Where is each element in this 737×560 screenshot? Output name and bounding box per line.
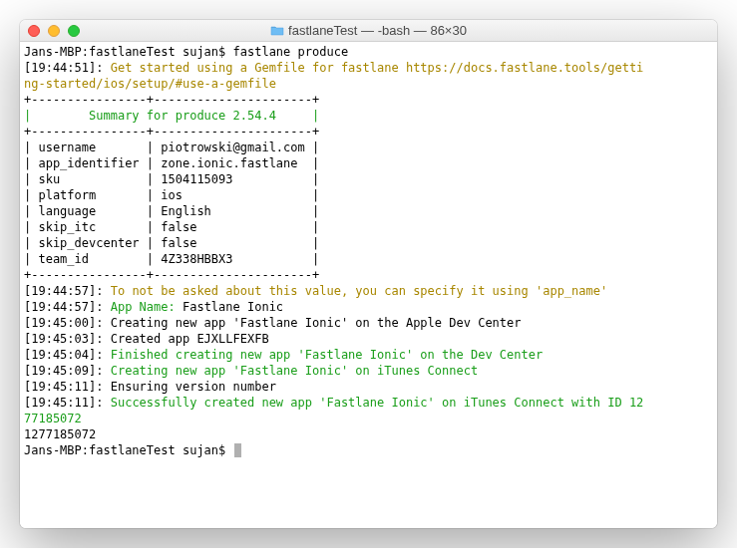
minimize-icon[interactable] bbox=[48, 25, 60, 37]
timestamp: [19:44:51]: bbox=[24, 61, 111, 75]
ensuring-version: Ensuring version number bbox=[111, 380, 276, 394]
appname-hint: To not be asked about this value, you ca… bbox=[111, 284, 608, 298]
app-id-echo: 1277185072 bbox=[24, 426, 713, 442]
cursor-icon bbox=[234, 443, 241, 457]
window-title-text: fastlaneTest — -bash — 86×30 bbox=[288, 23, 467, 38]
zoom-icon[interactable] bbox=[68, 25, 80, 37]
table-border: +----------------+----------------------… bbox=[24, 92, 713, 108]
command-text: fastlane produce bbox=[233, 45, 349, 59]
window-title: fastlaneTest — -bash — 86×30 bbox=[20, 23, 717, 38]
timestamp: [19:45:00]: bbox=[24, 316, 111, 330]
table-row: | username | piotrowski@gmail.com | bbox=[24, 140, 713, 155]
table-row: | team_id | 4Z338HBBX3 | bbox=[24, 251, 713, 267]
gemfile-msg-line2: ng-started/ios/setup/#use-a-gemfile bbox=[24, 77, 276, 91]
table-row: | skip_devcenter | false | bbox=[24, 235, 713, 251]
prompt-host: Jans-MBP:fastlaneTest sujan$ bbox=[24, 45, 233, 59]
creating-devcenter: Creating new app 'Fastlane Ionic' on the… bbox=[111, 316, 522, 330]
timestamp: [19:44:57]: bbox=[24, 284, 111, 298]
finished-devcenter: Finished creating new app 'Fastlane Ioni… bbox=[111, 348, 543, 362]
timestamp: [19:45:09]: bbox=[24, 364, 111, 378]
table-border: +----------------+----------------------… bbox=[24, 267, 713, 283]
creating-itc: Creating new app 'Fastlane Ionic' on iTu… bbox=[111, 364, 478, 378]
timestamp: [19:44:57]: bbox=[24, 300, 111, 314]
gemfile-msg-line1: Get started using a Gemfile for fastlane… bbox=[111, 61, 644, 75]
folder-icon bbox=[270, 25, 284, 36]
table-header: | Summary for produce 2.54.4 | bbox=[24, 108, 713, 124]
success-itc-line2: 77185072 bbox=[24, 412, 82, 425]
timestamp: [19:45:11]: bbox=[24, 380, 111, 394]
timestamp: [19:45:04]: bbox=[24, 348, 111, 362]
table-border: +----------------+----------------------… bbox=[24, 124, 713, 140]
timestamp: [19:45:03]: bbox=[24, 332, 111, 346]
close-icon[interactable] bbox=[28, 25, 40, 37]
prompt-host: Jans-MBP:fastlaneTest sujan$ bbox=[24, 443, 233, 457]
created-app-id: Created app EJXLLFEXFB bbox=[111, 332, 269, 346]
table-row: | app_identifier | zone.ionic.fastlane | bbox=[24, 155, 713, 171]
app-name-label: App Name: bbox=[111, 300, 183, 314]
timestamp: [19:45:11]: bbox=[24, 396, 111, 410]
titlebar: fastlaneTest — -bash — 86×30 bbox=[20, 20, 717, 42]
traffic-lights bbox=[20, 25, 80, 37]
table-row: | platform | ios | bbox=[24, 187, 713, 203]
table-row: | language | English | bbox=[24, 203, 713, 219]
success-itc-line1: Successfully created new app 'Fastlane I… bbox=[111, 396, 644, 410]
table-row: | sku | 1504115093 | bbox=[24, 171, 713, 187]
table-row: | skip_itc | false | bbox=[24, 219, 713, 235]
app-name-value: Fastlane Ionic bbox=[183, 300, 283, 314]
terminal-content[interactable]: Jans-MBP:fastlaneTest sujan$ fastlane pr… bbox=[20, 42, 717, 528]
terminal-window: fastlaneTest — -bash — 86×30 Jans-MBP:fa… bbox=[20, 20, 717, 528]
